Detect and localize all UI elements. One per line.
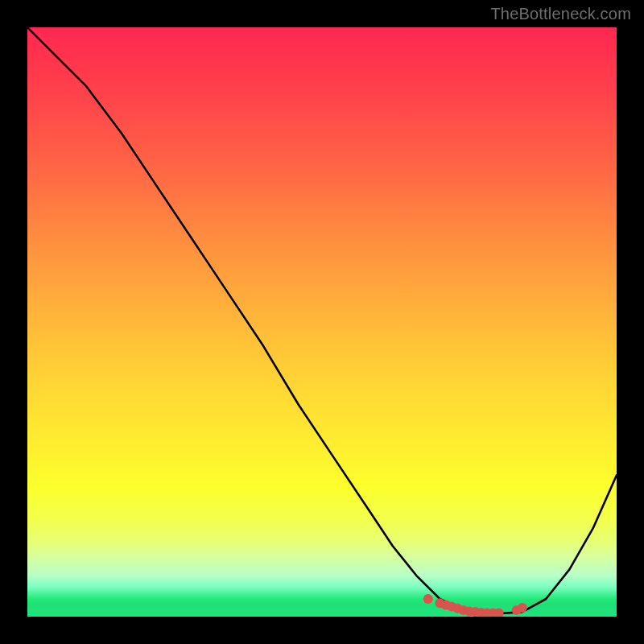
plot-area xyxy=(27,27,617,617)
chart-frame: TheBottleneck.com xyxy=(0,0,644,644)
optimal-marker xyxy=(518,603,527,613)
chart-svg xyxy=(27,27,617,617)
optimal-marker xyxy=(423,594,433,604)
bottleneck-curve xyxy=(27,27,617,613)
watermark-label: TheBottleneck.com xyxy=(490,5,631,23)
